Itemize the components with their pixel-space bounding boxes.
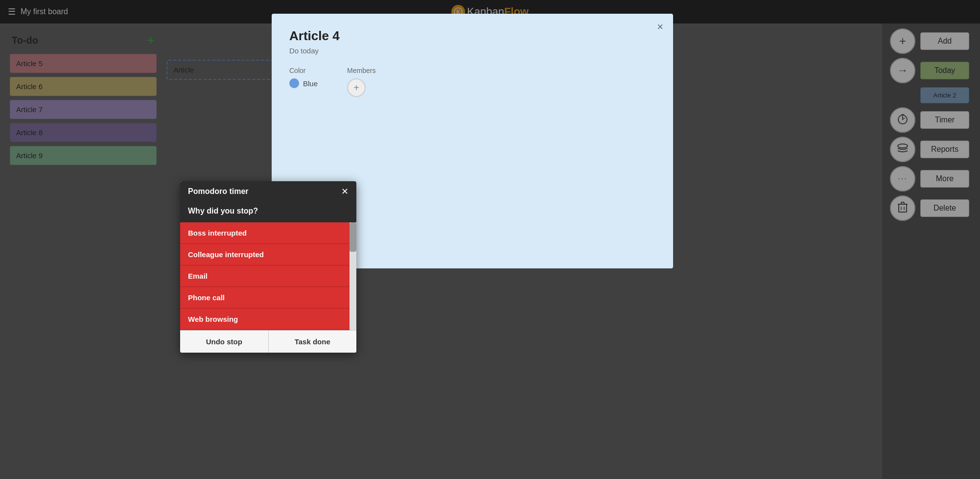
modal-title: Article 4 (289, 28, 655, 44)
pomodoro-popup: Pomodoro timer ✕ Why did you stop? Boss … (180, 181, 356, 353)
option-phone-call[interactable]: Phone call (180, 287, 350, 309)
pomodoro-header: Pomodoro timer ✕ (180, 181, 356, 202)
pomodoro-title: Pomodoro timer (188, 187, 249, 196)
members-field: Members + (347, 67, 375, 97)
modal-close-button[interactable]: × (657, 22, 663, 32)
members-label: Members (347, 67, 375, 74)
scrollbar[interactable] (350, 222, 356, 330)
modal-subtitle: Do today (289, 47, 655, 55)
undo-stop-button[interactable]: Undo stop (180, 331, 269, 353)
pomodoro-actions: Undo stop Task done (180, 330, 356, 353)
scrollbar-thumb[interactable] (350, 222, 356, 252)
color-dot-blue (289, 78, 299, 88)
option-web-browsing[interactable]: Web browsing (180, 309, 350, 330)
option-boss-interrupted[interactable]: Boss interrupted (180, 222, 350, 244)
pomodoro-question: Why did you stop? (180, 202, 356, 222)
color-option[interactable]: Blue (289, 78, 318, 88)
member-plus-icon: + (353, 82, 359, 94)
task-done-button[interactable]: Task done (269, 331, 357, 353)
modal-fields: Color Blue Members + (289, 67, 655, 97)
member-add-button[interactable]: + (347, 78, 366, 97)
pomodoro-close-button[interactable]: ✕ (341, 187, 349, 196)
option-email[interactable]: Email (180, 265, 350, 287)
pomodoro-options: Boss interrupted Colleague interrupted E… (180, 222, 356, 330)
option-colleague-interrupted[interactable]: Colleague interrupted (180, 244, 350, 265)
color-value: Blue (303, 79, 318, 88)
color-field: Color Blue (289, 67, 318, 88)
color-label: Color (289, 67, 318, 74)
